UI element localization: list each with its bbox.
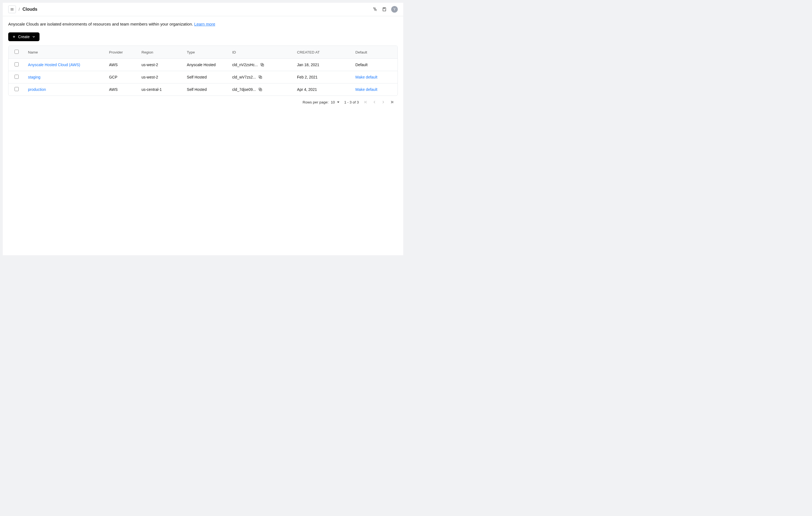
- header-default[interactable]: Default: [352, 46, 398, 59]
- page-title: Clouds: [23, 7, 37, 12]
- cell-type: Self Hosted: [183, 83, 229, 96]
- copy-icon: [258, 87, 263, 92]
- copy-id-button[interactable]: [258, 75, 263, 79]
- learn-more-link[interactable]: Learn more: [194, 22, 215, 26]
- cell-region: us-west-2: [138, 59, 183, 71]
- rows-per-page-value: 10: [331, 100, 335, 104]
- header-name[interactable]: Name: [25, 46, 106, 59]
- cell-provider: AWS: [106, 83, 138, 96]
- cell-region: us-west-2: [138, 71, 183, 83]
- copy-id-button[interactable]: [260, 62, 264, 67]
- rows-per-page-select[interactable]: 10: [331, 100, 341, 104]
- make-default-link[interactable]: Make default: [355, 87, 377, 92]
- cell-name: production: [25, 83, 106, 96]
- rows-per-page-label: Rows per page:: [302, 100, 329, 104]
- copy-icon: [258, 75, 263, 79]
- row-checkbox-cell: [8, 59, 25, 71]
- row-checkbox-cell: [8, 83, 25, 96]
- cell-id: cld_nV2zsHc...: [229, 59, 293, 71]
- last-page-button[interactable]: [389, 99, 395, 105]
- row-checkbox[interactable]: [14, 75, 19, 79]
- svg-marker-12: [337, 102, 339, 103]
- header-id[interactable]: ID: [229, 46, 293, 59]
- header-region[interactable]: Region: [138, 46, 183, 59]
- header-checkbox-cell: [8, 46, 25, 59]
- copy-id-button[interactable]: [258, 87, 263, 92]
- rows-per-page: Rows per page: 10: [302, 100, 341, 104]
- cell-region: us-central-1: [138, 83, 183, 96]
- default-label: Default: [355, 62, 368, 67]
- table-row: productionAWSus-central-1Self Hostedcld_…: [8, 83, 398, 96]
- cell-name: Anyscale Hosted Cloud (AWS): [25, 59, 106, 71]
- copy-icon: [260, 62, 264, 67]
- cell-id: cld_7djse09...: [229, 83, 293, 96]
- chevron-right-icon: [381, 100, 385, 104]
- slack-icon[interactable]: [373, 7, 377, 12]
- row-checkbox-cell: [8, 71, 25, 83]
- header-created-at[interactable]: CREATED AT: [294, 46, 352, 59]
- last-page-icon: [390, 100, 394, 104]
- cell-id-text: cld_wV7zs2...: [232, 75, 256, 79]
- cloud-name-link[interactable]: staging: [28, 75, 40, 79]
- header-provider[interactable]: Provider: [106, 46, 138, 59]
- cell-provider: GCP: [106, 71, 138, 83]
- table-row: Anyscale Hosted Cloud (AWS)AWSus-west-2A…: [8, 59, 398, 71]
- pagination-range: 1 - 3 of 3: [344, 100, 359, 104]
- topbar-left: / Clouds: [8, 5, 37, 13]
- chevron-down-icon: [32, 35, 36, 39]
- clouds-table: Name Provider Region Type ID CREATED AT …: [8, 46, 398, 96]
- cell-default: Default: [352, 59, 398, 71]
- description-text: Anyscale Clouds are isolated environment…: [8, 22, 194, 26]
- cloud-name-link[interactable]: Anyscale Hosted Cloud (AWS): [28, 62, 80, 67]
- cell-type: Anyscale Hosted: [183, 59, 229, 71]
- cell-created-at: Apr 4, 2021: [294, 83, 352, 96]
- page-description: Anyscale Clouds are isolated environment…: [8, 22, 398, 26]
- next-page-button[interactable]: [380, 99, 386, 105]
- first-page-button[interactable]: [362, 99, 369, 105]
- cell-provider: AWS: [106, 59, 138, 71]
- cell-default: Make default: [352, 83, 398, 96]
- cell-default: Make default: [352, 71, 398, 83]
- topbar-right: Y: [373, 6, 398, 12]
- cell-name: staging: [25, 71, 106, 83]
- caret-down-icon: [336, 100, 341, 104]
- avatar[interactable]: Y: [391, 6, 398, 12]
- header-type[interactable]: Type: [183, 46, 229, 59]
- cell-created-at: Jan 18, 2021: [294, 59, 352, 71]
- cell-id-text: cld_7djse09...: [232, 87, 256, 92]
- plus-icon: [12, 35, 16, 39]
- menu-button[interactable]: [8, 5, 16, 13]
- docs-icon[interactable]: [382, 7, 387, 12]
- breadcrumb-separator: /: [19, 7, 20, 11]
- cloud-name-link[interactable]: production: [28, 87, 46, 92]
- first-page-icon: [364, 100, 368, 104]
- table-header-row: Name Provider Region Type ID CREATED AT …: [8, 46, 398, 59]
- pagination: Rows per page: 10 1 - 3 of 3: [8, 96, 398, 105]
- chevron-left-icon: [372, 100, 377, 104]
- app-frame: / Clouds Y Anyscale Clouds are isolated …: [3, 3, 403, 255]
- hamburger-icon: [10, 7, 14, 11]
- cell-id-text: cld_nV2zsHc...: [232, 62, 258, 67]
- create-button-label: Create: [18, 34, 30, 39]
- content: Anyscale Clouds are isolated environment…: [3, 16, 403, 255]
- make-default-link[interactable]: Make default: [355, 75, 377, 79]
- create-button[interactable]: Create: [8, 32, 39, 41]
- cell-created-at: Feb 2, 2021: [294, 71, 352, 83]
- prev-page-button[interactable]: [371, 99, 377, 105]
- avatar-initial: Y: [394, 7, 396, 11]
- cell-id: cld_wV7zs2...: [229, 71, 293, 83]
- cell-type: Self Hosted: [183, 71, 229, 83]
- topbar: / Clouds Y: [3, 3, 403, 16]
- select-all-checkbox[interactable]: [14, 50, 19, 54]
- row-checkbox[interactable]: [14, 62, 19, 66]
- row-checkbox[interactable]: [14, 87, 19, 91]
- table-row: stagingGCPus-west-2Self Hostedcld_wV7zs2…: [8, 71, 398, 83]
- pagination-nav: [362, 99, 395, 105]
